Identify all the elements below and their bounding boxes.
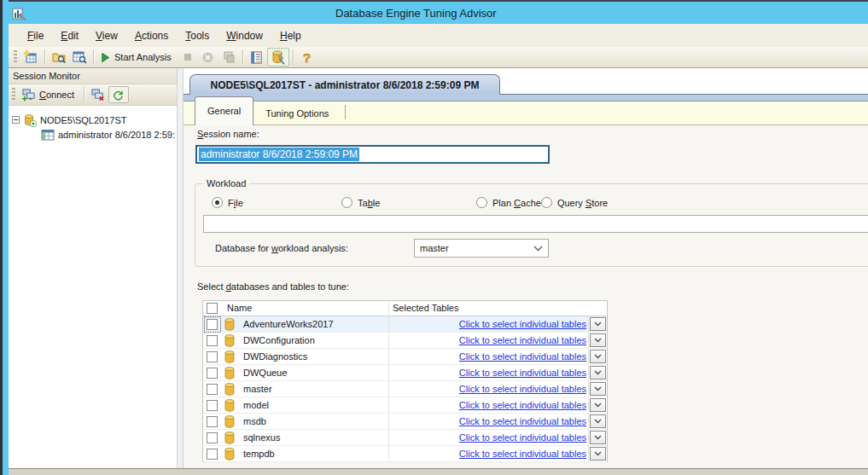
tree-node-server[interactable]: NODE5\SQL2017ST — [12, 113, 177, 127]
radio-icon[interactable] — [476, 197, 487, 208]
column-divider — [588, 381, 589, 397]
help-button[interactable]: ? — [297, 48, 317, 67]
table-row[interactable]: master Click to select individual tables — [203, 381, 607, 397]
tables-dropdown-button[interactable] — [590, 382, 606, 396]
database-checkbox[interactable] — [207, 319, 218, 330]
session-name-input[interactable]: administrator 8/6/2018 2:59:09 PM — [195, 145, 550, 164]
analysis-report-button[interactable] — [247, 48, 267, 67]
select-individual-tables-link[interactable]: Click to select individual tables — [459, 432, 586, 443]
database-checkbox[interactable] — [207, 368, 218, 379]
database-analysis-dropdown[interactable]: master — [414, 239, 549, 258]
panel-splitter[interactable] — [177, 68, 184, 468]
toolbar-grip[interactable] — [14, 50, 17, 64]
database-checkbox[interactable] — [207, 335, 218, 346]
toolbar-separator — [93, 49, 94, 65]
menu-item[interactable]: Window — [218, 26, 271, 45]
tables-dropdown-button[interactable] — [590, 414, 606, 428]
select-tables-cell: Click to select individual tables — [388, 384, 586, 394]
session-monitor-title: Session Monitor — [13, 71, 80, 81]
column-header-name[interactable]: Name — [227, 303, 252, 313]
database-checkbox[interactable] — [207, 351, 218, 362]
workload-radio-option[interactable]: File — [212, 197, 341, 208]
database-icon — [224, 333, 236, 348]
open-session-button[interactable] — [49, 48, 69, 67]
radio-label: File — [228, 198, 243, 208]
svg-text:?: ? — [303, 50, 311, 65]
database-checkbox[interactable] — [207, 432, 218, 443]
select-all-checkbox[interactable] — [207, 303, 218, 314]
tables-dropdown-button[interactable] — [590, 398, 606, 412]
table-row[interactable]: DWDiagnostics Click to select individual… — [203, 349, 607, 365]
select-tables-cell: Click to select individual tables — [388, 432, 586, 443]
select-tables-cell: Click to select individual tables — [388, 368, 586, 378]
menu-item[interactable]: File — [19, 26, 52, 45]
select-individual-tables-link[interactable]: Click to select individual tables — [459, 416, 586, 426]
tables-dropdown-button[interactable] — [590, 333, 606, 347]
import-workload-button[interactable] — [69, 48, 90, 67]
tables-dropdown-button[interactable] — [590, 350, 606, 363]
table-row[interactable]: tempdb Click to select individual tables — [203, 446, 607, 462]
table-row[interactable]: DWConfiguration Click to select individu… — [203, 333, 607, 349]
session-monitor-tree: NODE5\SQL2017ST administrator 8/6/2018 2… — [9, 106, 177, 468]
database-checkbox[interactable] — [207, 449, 218, 460]
table-row[interactable]: msdb Click to select individual tables — [203, 414, 607, 430]
main-toolbar: Start Analysis — [9, 47, 868, 68]
database-name: sqlnexus — [243, 432, 280, 443]
workload-radio-option[interactable]: Query Store — [541, 197, 608, 208]
select-individual-tables-link[interactable]: Click to select individual tables — [459, 400, 586, 410]
toolbar-grip[interactable] — [12, 88, 15, 101]
refresh-button[interactable] — [108, 86, 129, 103]
tuning-options-tools-button[interactable] — [267, 48, 289, 67]
table-row[interactable]: AdventureWorks2017 Click to select indiv… — [203, 316, 607, 333]
stop-icon — [183, 52, 193, 62]
table-row[interactable]: model Click to select individual tables — [203, 397, 607, 414]
tables-dropdown-button[interactable] — [590, 317, 606, 331]
session-document-tab-label: NODE5\SQL2017ST - administrator 8/6/2018… — [211, 79, 480, 91]
menu-item[interactable]: Actions — [126, 26, 177, 45]
radio-icon[interactable] — [541, 197, 552, 208]
select-individual-tables-link[interactable]: Click to select individual tables — [459, 368, 586, 378]
database-checkbox[interactable] — [207, 400, 218, 411]
disconnect-button[interactable] — [88, 85, 108, 104]
select-individual-tables-link[interactable]: Click to select individual tables — [459, 335, 586, 345]
select-individual-tables-link[interactable]: Click to select individual tables — [459, 319, 586, 329]
select-individual-tables-link[interactable]: Click to select individual tables — [459, 351, 586, 362]
subtab[interactable]: Tuning Options — [253, 102, 341, 125]
column-header-selected-tables[interactable]: Selected Tables — [393, 303, 458, 313]
database-checkbox[interactable] — [207, 384, 218, 395]
titlebar[interactable]: Database Engine Tuning Advisor — [3, 0, 868, 24]
new-session-button[interactable] — [20, 48, 41, 67]
radio-label: Plan Cache — [492, 198, 541, 208]
table-row[interactable]: sqlnexus Click to select individual tabl… — [203, 430, 607, 446]
tree-node-session[interactable]: administrator 8/6/2018 2:59: — [41, 127, 177, 142]
chevron-down-icon — [594, 403, 602, 408]
workload-radio-option[interactable]: Table — [341, 197, 476, 208]
select-tables-cell: Click to select individual tables — [388, 449, 586, 459]
subtab[interactable]: General — [195, 96, 253, 125]
session-document-tab[interactable]: NODE5\SQL2017ST - administrator 8/6/2018… — [189, 74, 500, 95]
tables-dropdown-button[interactable] — [590, 431, 606, 444]
database-icon — [224, 350, 236, 364]
menu-item[interactable]: View — [87, 26, 126, 45]
select-individual-tables-link[interactable]: Click to select individual tables — [459, 449, 586, 459]
clone-session-icon — [222, 50, 236, 64]
menu-item[interactable]: Edit — [52, 26, 87, 45]
radio-icon[interactable] — [341, 197, 352, 208]
workload-file-input[interactable] — [203, 215, 868, 233]
connect-button[interactable]: Connect — [19, 85, 80, 104]
workload-radio-option[interactable]: Plan Cache — [476, 197, 541, 208]
table-row[interactable]: DWQueue Click to select individual table… — [203, 365, 607, 381]
help-icon: ? — [300, 50, 314, 65]
tables-dropdown-button[interactable] — [590, 366, 606, 379]
tables-dropdown-button[interactable] — [590, 447, 606, 461]
start-analysis-icon — [100, 52, 111, 63]
menu-item[interactable]: Tools — [177, 26, 218, 45]
collapse-expander-icon[interactable] — [12, 116, 20, 124]
radio-icon[interactable] — [212, 197, 223, 208]
menu-item[interactable]: Help — [271, 26, 310, 45]
column-divider — [588, 414, 589, 429]
select-tables-label: Select databases and tables to tune: — [197, 281, 349, 292]
start-analysis-button[interactable]: Start Analysis — [97, 48, 178, 67]
database-checkbox[interactable] — [207, 416, 218, 427]
select-individual-tables-link[interactable]: Click to select individual tables — [459, 384, 586, 394]
